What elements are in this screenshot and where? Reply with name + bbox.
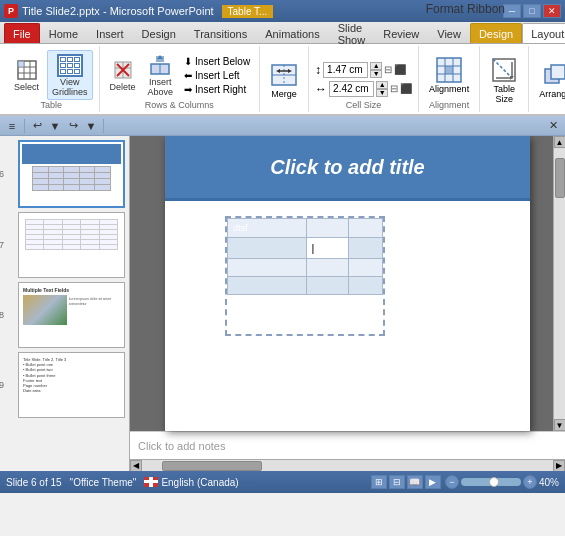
table-cell-r2c1[interactable] bbox=[228, 259, 307, 277]
scroll-thumb-v[interactable] bbox=[555, 158, 565, 198]
table-size-button[interactable]: Table Size bbox=[486, 54, 522, 106]
slide-title-placeholder[interactable]: Click to add title bbox=[270, 156, 424, 179]
scroll-down-button[interactable]: ▼ bbox=[554, 419, 566, 431]
arrange-content: Arrange bbox=[535, 46, 565, 110]
undo-button[interactable]: ↩ bbox=[29, 118, 45, 134]
table-header-cell-2[interactable] bbox=[306, 219, 349, 238]
delete-icon bbox=[111, 58, 135, 82]
cell-width-input[interactable] bbox=[329, 81, 374, 97]
zoom-slider[interactable] bbox=[461, 478, 521, 486]
slide-table[interactable]: dtsf bbox=[227, 218, 383, 295]
table-group-label: Table bbox=[41, 100, 63, 112]
scroll-thumb-h[interactable] bbox=[162, 461, 262, 471]
slide-table-container[interactable]: dtsf bbox=[225, 216, 385, 336]
merge-icon bbox=[270, 61, 298, 89]
normal-view-button[interactable]: ⊞ bbox=[371, 475, 387, 489]
table-size-label: Table Size bbox=[493, 84, 515, 104]
view-gridlines-button[interactable]: View Gridlines bbox=[47, 50, 93, 100]
table-cell-r2c2[interactable] bbox=[306, 259, 349, 277]
tab-animations[interactable]: Animations bbox=[256, 23, 328, 43]
cell-height-input[interactable] bbox=[323, 62, 368, 78]
reading-view-button[interactable]: 📖 bbox=[407, 475, 423, 489]
table-cell-r2c3[interactable] bbox=[349, 259, 383, 277]
table-cell-r1c2[interactable] bbox=[306, 238, 349, 259]
slide-sorter-button[interactable]: ⊟ bbox=[389, 475, 405, 489]
notes-area[interactable]: Click to add notes bbox=[130, 431, 565, 459]
ribbon: Select View Gridlines Table bbox=[0, 44, 565, 116]
close-panel-button[interactable]: ✕ bbox=[545, 118, 561, 134]
delete-button[interactable]: Delete bbox=[106, 56, 140, 94]
zoom-thumb[interactable] bbox=[489, 477, 499, 487]
ribbon-group-alignment: Alignment Alignment bbox=[419, 46, 480, 112]
alignment-content: Alignment bbox=[425, 46, 473, 100]
tab-layout[interactable]: Layout bbox=[522, 23, 565, 43]
svg-rect-36 bbox=[149, 477, 153, 487]
alignment-button[interactable]: Alignment bbox=[425, 54, 473, 96]
insert-left-button[interactable]: ⬅ Insert Left bbox=[181, 69, 253, 82]
distribute-rows-btn[interactable]: ⬛ bbox=[394, 64, 406, 75]
height-down-button[interactable]: ▼ bbox=[370, 70, 382, 78]
text-cursor bbox=[312, 242, 315, 254]
language-info: English (Canada) bbox=[144, 477, 238, 488]
table-cell-r3c3[interactable] bbox=[349, 277, 383, 295]
close-button[interactable]: ✕ bbox=[543, 4, 561, 18]
maximize-button[interactable]: □ bbox=[523, 4, 541, 18]
svg-rect-31 bbox=[551, 65, 565, 79]
tab-slideshow[interactable]: Slide Show bbox=[329, 23, 375, 43]
width-up-button[interactable]: ▲ bbox=[376, 81, 388, 89]
insert-right-button[interactable]: ➡ Insert Right bbox=[181, 83, 253, 96]
slide-7-thumb[interactable] bbox=[18, 212, 125, 278]
redo-button[interactable]: ↪ bbox=[65, 118, 81, 134]
width-spinners: ▲ ▼ bbox=[376, 81, 388, 97]
insert-below-button[interactable]: ⬇ Insert Below bbox=[181, 55, 253, 68]
scroll-up-button[interactable]: ▲ bbox=[554, 136, 566, 148]
select-label: Select bbox=[14, 82, 39, 92]
tab-insert[interactable]: Insert bbox=[87, 23, 133, 43]
slide-9-thumb[interactable]: Title Slide, Title 2, Title 3 • Bullet p… bbox=[18, 352, 125, 418]
slide-edit-area: Click to add title dtsf bbox=[130, 136, 565, 471]
table-header-cell-3[interactable] bbox=[349, 219, 383, 238]
scroll-left-button[interactable]: ◀ bbox=[130, 460, 142, 472]
tab-file[interactable]: File bbox=[4, 23, 40, 43]
distribute-cols-btn[interactable]: ⬛ bbox=[400, 83, 412, 94]
insert-above-icon bbox=[148, 53, 172, 77]
slide-9-content: Title Slide, Title 2, Title 3 • Bullet p… bbox=[21, 355, 122, 415]
tab-design2[interactable]: Design bbox=[470, 23, 522, 43]
slide-thumbnails: 6 bbox=[0, 136, 130, 422]
minimize-button[interactable]: ─ bbox=[503, 4, 521, 18]
expand-panel-button[interactable]: ≡ bbox=[4, 118, 20, 134]
title-bar-left: P Title Slide2.pptx - Microsoft PowerPoi… bbox=[4, 4, 273, 18]
table-header-cell-1[interactable]: dtsf bbox=[228, 219, 307, 238]
slide-title-area[interactable]: Click to add title bbox=[165, 136, 530, 201]
select-button[interactable]: Select bbox=[10, 56, 43, 94]
zoom-in-button[interactable]: + bbox=[523, 475, 537, 489]
slide-6-thumb[interactable] bbox=[18, 140, 125, 208]
insert-small-group: ⬇ Insert Below ⬅ Insert Left ➡ Insert Ri… bbox=[181, 55, 253, 96]
tab-view[interactable]: View bbox=[428, 23, 470, 43]
slideshow-button[interactable]: ▶ bbox=[425, 475, 441, 489]
slide-9-num: 9 bbox=[0, 380, 4, 390]
merge-button[interactable]: Merge bbox=[266, 59, 302, 101]
table-cell-r3c1[interactable] bbox=[228, 277, 307, 295]
scroll-right-button[interactable]: ▶ bbox=[553, 460, 565, 472]
redo-dropdown-button[interactable]: ▼ bbox=[83, 118, 99, 134]
undo-dropdown-button[interactable]: ▼ bbox=[47, 118, 63, 134]
tab-transitions[interactable]: Transitions bbox=[185, 23, 256, 43]
tab-home[interactable]: Home bbox=[40, 23, 87, 43]
arrange-button[interactable]: Arrange bbox=[535, 59, 565, 101]
insert-right-icon: ➡ bbox=[184, 84, 192, 95]
table-cell-r3c2[interactable] bbox=[306, 277, 349, 295]
table-cell-r1c3[interactable] bbox=[349, 238, 383, 259]
notes-placeholder[interactable]: Click to add notes bbox=[138, 440, 225, 452]
tab-review[interactable]: Review bbox=[374, 23, 428, 43]
tab-design[interactable]: Design bbox=[133, 23, 185, 43]
slide-panel: 6 bbox=[0, 136, 130, 471]
table-cell-r1c1[interactable] bbox=[228, 238, 307, 259]
slide-8-thumb[interactable]: Multiple Text Fields Lorem ipsum dolor s… bbox=[18, 282, 125, 348]
insert-above-button[interactable]: Insert Above bbox=[144, 51, 178, 99]
slide-canvas[interactable]: Click to add title dtsf bbox=[165, 136, 530, 431]
width-down-button[interactable]: ▼ bbox=[376, 89, 388, 97]
annotation-label: Format Ribbon bbox=[426, 2, 505, 16]
height-up-button[interactable]: ▲ bbox=[370, 62, 382, 70]
zoom-out-button[interactable]: − bbox=[445, 475, 459, 489]
